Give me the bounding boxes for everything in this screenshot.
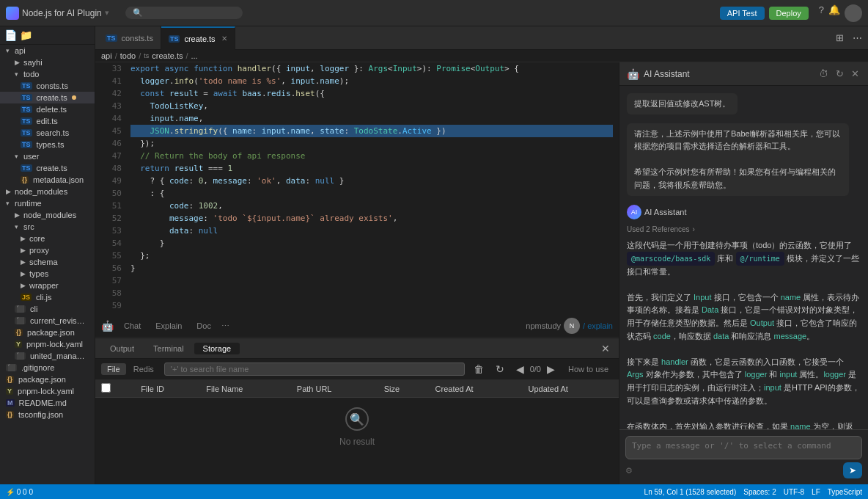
sidebar-item-pnpm[interactable]: Ypnpm-lock.yaml bbox=[0, 338, 95, 350]
ai-panel-title: AI Assistant bbox=[644, 69, 813, 79]
search-icon: 🔍 bbox=[133, 8, 143, 18]
select-all-checkbox[interactable] bbox=[101, 383, 111, 393]
new-folder-icon[interactable]: 📁 bbox=[20, 29, 32, 41]
bc-create[interactable]: create.ts bbox=[152, 51, 183, 60]
line-numbers: 33 41 42 43 44 45 46 47 48 49 50 51 52 5… bbox=[95, 62, 125, 315]
code-line-55: data: null bbox=[130, 225, 613, 237]
sidebar-item-wrapper[interactable]: ▶wrapper bbox=[0, 280, 95, 291]
tab-create-badge: TS bbox=[169, 35, 180, 43]
how-to-use-btn[interactable]: How to use bbox=[564, 363, 613, 375]
sidebar-item-user-create[interactable]: TScreate.ts bbox=[0, 162, 95, 174]
sidebar-item-schema[interactable]: ▶schema bbox=[0, 256, 95, 268]
sidebar-item-delete[interactable]: TSdelete.ts bbox=[0, 103, 95, 115]
doc-btn[interactable]: Doc bbox=[192, 320, 216, 332]
inline-logger2: logger bbox=[823, 370, 846, 379]
tab-create[interactable]: TS create.ts ✕ bbox=[161, 26, 235, 50]
sidebar-item-readme[interactable]: MREADME.md bbox=[0, 397, 95, 409]
help-icon[interactable]: ? bbox=[819, 4, 824, 22]
sidebar-item-pkg-root[interactable]: {}package.json bbox=[0, 374, 95, 385]
next-btn[interactable]: ▶ bbox=[544, 362, 558, 376]
code-editor[interactable]: 33 41 42 43 44 45 46 47 48 49 50 51 52 5… bbox=[95, 62, 619, 315]
sidebar-item-runtime-node[interactable]: ▶node_modules bbox=[0, 209, 95, 221]
sidebar-item-types[interactable]: TStypes.ts bbox=[0, 139, 95, 150]
sidebar-item-user[interactable]: ▾user bbox=[0, 150, 95, 162]
code-line-59: } bbox=[130, 262, 613, 274]
ai-extra-btn[interactable]: ⋯ bbox=[221, 321, 229, 331]
code-line-45: input.name, bbox=[130, 112, 613, 125]
tab-consts[interactable]: TS consts.ts bbox=[98, 26, 161, 50]
redis-tab-btn[interactable]: Redis bbox=[129, 363, 158, 375]
col-created-at: Created At bbox=[430, 380, 523, 398]
sidebar-toolbar: 📄 📁 bbox=[0, 26, 95, 45]
user-avatar-sm: N bbox=[564, 318, 580, 334]
sidebar-item-cli[interactable]: ⬛cli bbox=[0, 303, 95, 315]
search-bar[interactable]: 🔍 bbox=[125, 7, 243, 19]
ai-refresh-btn[interactable]: ↻ bbox=[834, 67, 845, 81]
col-checkbox[interactable] bbox=[95, 380, 135, 398]
sidebar-item-runtime[interactable]: ▾runtime bbox=[0, 197, 95, 209]
file-tab-btn[interactable]: File bbox=[101, 363, 126, 375]
bottom-tab-terminal[interactable]: Terminal bbox=[144, 343, 193, 354]
bc-sep1: / bbox=[115, 51, 117, 60]
storage-table-area: File ID File Name Path URL Size Created … bbox=[95, 380, 619, 484]
sidebar-item-sayhi[interactable]: ▶sayhi bbox=[0, 57, 95, 68]
sidebar-item-types2[interactable]: ▶types bbox=[0, 268, 95, 280]
editor-area: TS consts.ts TS create.ts ✕ ⊞ ⋯ api / to… bbox=[95, 26, 868, 484]
inline-args: Args bbox=[627, 370, 644, 379]
ai-message-input[interactable] bbox=[625, 436, 862, 459]
sidebar-item-node-modules[interactable]: ▶node_modules bbox=[0, 186, 95, 197]
code-line-56: } bbox=[130, 237, 613, 249]
close-panel-btn[interactable]: ✕ bbox=[598, 341, 613, 356]
code-line-42: logger.info('todo name is %s', input.nam… bbox=[130, 75, 613, 87]
ai-history-btn[interactable]: ⏱ bbox=[817, 67, 830, 81]
api-test-button[interactable]: API Test bbox=[720, 7, 765, 20]
ai-message-2: 请注意，上述示例中使用了Babel解析器和相关库，您可以根据您的项目需求选择适合… bbox=[627, 123, 861, 197]
refs-arrow: › bbox=[693, 224, 695, 235]
sidebar-item-united[interactable]: ⬛united_mana… bbox=[0, 350, 95, 362]
delete-btn[interactable]: 🗑 bbox=[471, 362, 487, 376]
sidebar-item-todo[interactable]: ▾todo bbox=[0, 68, 95, 80]
more-options-btn[interactable]: ⋯ bbox=[850, 31, 865, 45]
code-line-57: }; bbox=[130, 249, 613, 262]
chat-btn[interactable]: Chat bbox=[119, 320, 145, 332]
sidebar-item-proxy[interactable]: ▶proxy bbox=[0, 244, 95, 256]
no-result-icon: 🔍 bbox=[345, 407, 369, 431]
explain-btn[interactable]: Explain bbox=[151, 320, 186, 332]
prev-btn[interactable]: ◀ bbox=[513, 362, 527, 376]
sidebar-item-clijs[interactable]: JScli.js bbox=[0, 291, 95, 303]
sidebar-item-edit[interactable]: TSedit.ts bbox=[0, 115, 95, 127]
sidebar-item-tsconfig[interactable]: {}tsconfig.json bbox=[0, 409, 95, 420]
sidebar-item-create[interactable]: TScreate.ts bbox=[0, 92, 95, 103]
main-layout: 📄 📁 ▾api ▶sayhi ▾todo TSconsts.ts TScrea… bbox=[0, 26, 868, 484]
sidebar-item-pnpm-root[interactable]: Ypnpm-lock.yaml bbox=[0, 385, 95, 397]
deploy-button[interactable]: Deploy bbox=[769, 7, 809, 20]
bc-todo[interactable]: todo bbox=[120, 51, 136, 60]
sidebar-item-gitignore[interactable]: ⬛.gitignore bbox=[0, 362, 95, 374]
ai-send-button[interactable]: ➤ bbox=[843, 462, 862, 478]
dropdown-arrow[interactable]: ▾ bbox=[105, 8, 109, 18]
sidebar-item-metadata[interactable]: {}metadata.json bbox=[0, 174, 95, 186]
bottom-tab-output[interactable]: Output bbox=[101, 343, 143, 354]
tab-create-close[interactable]: ✕ bbox=[221, 34, 227, 43]
user-avatar[interactable] bbox=[845, 4, 862, 22]
explain-link[interactable]: / explain bbox=[583, 321, 613, 330]
ai-bubble-1: 提取返回值或修改AST树。 bbox=[627, 93, 738, 114]
bc-api[interactable]: api bbox=[101, 51, 112, 60]
sidebar-item-current[interactable]: ⬛current_revis… bbox=[0, 315, 95, 327]
sidebar-item-pkg[interactable]: {}package.json bbox=[0, 327, 95, 338]
new-file-icon[interactable]: 📄 bbox=[4, 29, 17, 41]
bottom-tab-storage[interactable]: Storage bbox=[194, 343, 240, 354]
ai-close-btn[interactable]: ✕ bbox=[850, 67, 861, 81]
storage-search-input[interactable] bbox=[164, 363, 465, 376]
tab-consts-badge: TS bbox=[106, 34, 117, 42]
split-editor-btn[interactable]: ⊞ bbox=[833, 31, 847, 45]
ai-input-wrapper: ⚙ ➤ bbox=[625, 436, 862, 478]
bell-icon[interactable]: 🔔 bbox=[828, 4, 840, 22]
sidebar-item-core[interactable]: ▶core bbox=[0, 233, 95, 244]
code-line-52: : { bbox=[130, 187, 613, 200]
sidebar-item-search[interactable]: TSsearch.ts bbox=[0, 127, 95, 139]
sidebar-item-api[interactable]: ▾api bbox=[0, 45, 95, 57]
refresh-btn[interactable]: ↻ bbox=[493, 362, 507, 376]
sidebar-item-src[interactable]: ▾src bbox=[0, 221, 95, 233]
sidebar-item-consts[interactable]: TSconsts.ts bbox=[0, 80, 95, 92]
